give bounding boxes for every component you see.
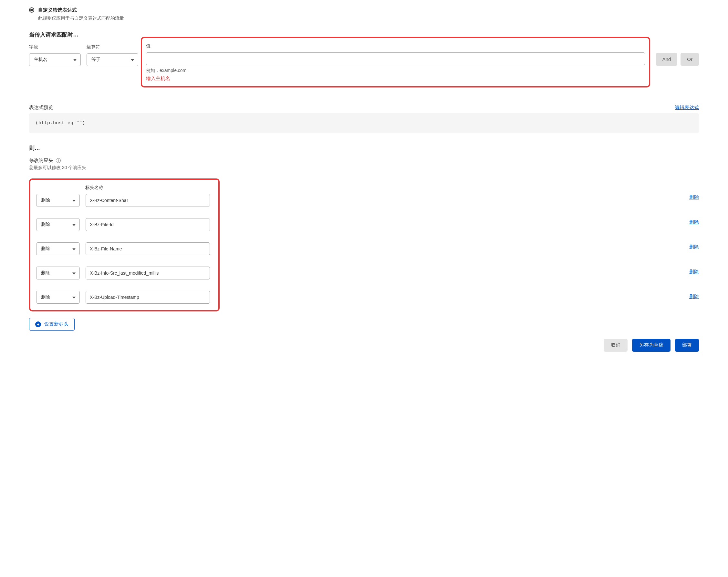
header-row: 删除 X-Bz-File-Name: [36, 242, 212, 255]
radio-text-block: 自定义筛选表达式 此规则仅应用于与自定义表达式匹配的流量: [38, 6, 124, 21]
preview-label: 表达式预览: [29, 105, 53, 111]
header-action-select-3[interactable]: 删除: [36, 267, 80, 279]
field-group: 字段 主机名: [29, 44, 81, 66]
modify-header-label: 修改响应头 i: [29, 158, 699, 164]
header-row: 删除 X-Bz-Content-Sha1: [36, 194, 212, 207]
header-name-value: X-Bz-File-Id: [90, 222, 114, 227]
save-draft-button[interactable]: 另存为草稿: [632, 339, 671, 352]
preview-row: 表达式预览 编辑表达式: [29, 105, 699, 111]
header-action-select-0[interactable]: 删除: [36, 194, 80, 207]
match-row: 字段 主机名 运算符 等于 值 例如，example.com 输入主机名 And…: [29, 44, 699, 95]
header-name-column-label: 标头名称: [85, 185, 212, 191]
modify-label-text: 修改响应头: [29, 158, 53, 163]
value-label: 值: [146, 43, 645, 49]
limit-hint: 您最多可以修改 30 个响应头: [29, 165, 699, 171]
logic-buttons: And Or: [656, 53, 699, 66]
edit-expression-link[interactable]: 编辑表达式: [675, 105, 699, 111]
header-action-select-2[interactable]: 删除: [36, 242, 80, 255]
header-row: 删除 X-Bz-Info-Src_last_modified_millis: [36, 267, 212, 279]
header-name-value: X-Bz-Info-Src_last_modified_millis: [90, 270, 159, 276]
radio-title: 自定义筛选表达式: [38, 6, 124, 14]
field-select-value: 主机名: [34, 57, 48, 63]
operator-select[interactable]: 等于: [86, 53, 138, 66]
delete-header-link-2[interactable]: 删除: [689, 244, 699, 250]
value-group: 值 例如，example.com 输入主机名: [144, 44, 650, 95]
expression-code: (http.host eq ""): [29, 113, 699, 133]
then-heading: 则…: [29, 144, 699, 152]
value-highlight-box: 值 例如，example.com 输入主机名: [141, 37, 650, 87]
value-error: 输入主机名: [146, 76, 645, 82]
or-button[interactable]: Or: [680, 53, 699, 66]
header-name-value: X-Bz-File-Name: [90, 246, 122, 251]
headers-highlight-box: 标头名称 删除 X-Bz-Content-Sha1 删除 X-Bz-File-I…: [29, 178, 219, 311]
header-row: 删除 X-Bz-Upload-Timestamp: [36, 291, 212, 304]
header-row: 删除 X-Bz-File-Id: [36, 218, 212, 231]
header-name-input-2[interactable]: X-Bz-File-Name: [85, 242, 210, 255]
add-header-button[interactable]: + 设置新标头: [29, 318, 75, 331]
header-name-value: X-Bz-Upload-Timestamp: [90, 295, 139, 300]
field-label: 字段: [29, 44, 81, 50]
header-name-input-4[interactable]: X-Bz-Upload-Timestamp: [85, 291, 210, 304]
delete-header-link-3[interactable]: 删除: [689, 269, 699, 275]
deploy-button[interactable]: 部署: [675, 339, 699, 352]
header-name-value: X-Bz-Content-Sha1: [90, 198, 129, 203]
operator-group: 运算符 等于: [86, 44, 138, 66]
cancel-button[interactable]: 取消: [604, 339, 628, 352]
header-action-value: 删除: [41, 270, 50, 276]
headers-grid: 标头名称 删除 X-Bz-Content-Sha1 删除 X-Bz-File-I…: [29, 180, 699, 311]
header-name-input-0[interactable]: X-Bz-Content-Sha1: [85, 194, 210, 207]
info-icon[interactable]: i: [56, 158, 61, 163]
header-action-value: 删除: [41, 197, 50, 203]
add-header-label: 设置新标头: [44, 321, 69, 327]
radio-selected-icon: [29, 7, 34, 12]
custom-filter-radio[interactable]: 自定义筛选表达式 此规则仅应用于与自定义表达式匹配的流量: [29, 6, 699, 21]
and-button[interactable]: And: [656, 53, 678, 66]
headers-section: 标头名称 删除 X-Bz-Content-Sha1 删除 X-Bz-File-I…: [29, 180, 699, 331]
header-action-value: 删除: [41, 246, 50, 252]
delete-header-link-0[interactable]: 删除: [689, 194, 699, 200]
header-action-value: 删除: [41, 222, 50, 227]
operator-select-value: 等于: [92, 57, 100, 63]
operator-label: 运算符: [86, 44, 138, 50]
value-input[interactable]: [146, 52, 645, 65]
header-action-value: 删除: [41, 294, 50, 300]
footer-buttons: 取消 另存为草稿 部署: [29, 339, 699, 352]
value-example: 例如，example.com: [146, 68, 645, 74]
delete-header-link-1[interactable]: 删除: [689, 219, 699, 225]
radio-description: 此规则仅应用于与自定义表达式匹配的流量: [38, 16, 124, 21]
field-select[interactable]: 主机名: [29, 53, 81, 66]
header-name-input-1[interactable]: X-Bz-File-Id: [85, 218, 210, 231]
delete-header-link-4[interactable]: 删除: [689, 294, 699, 300]
header-action-select-4[interactable]: 删除: [36, 291, 80, 304]
header-action-select-1[interactable]: 删除: [36, 218, 80, 231]
plus-icon: +: [35, 322, 41, 327]
header-name-input-3[interactable]: X-Bz-Info-Src_last_modified_millis: [85, 267, 210, 279]
delete-column: 删除 删除 删除 删除 删除: [689, 180, 699, 300]
